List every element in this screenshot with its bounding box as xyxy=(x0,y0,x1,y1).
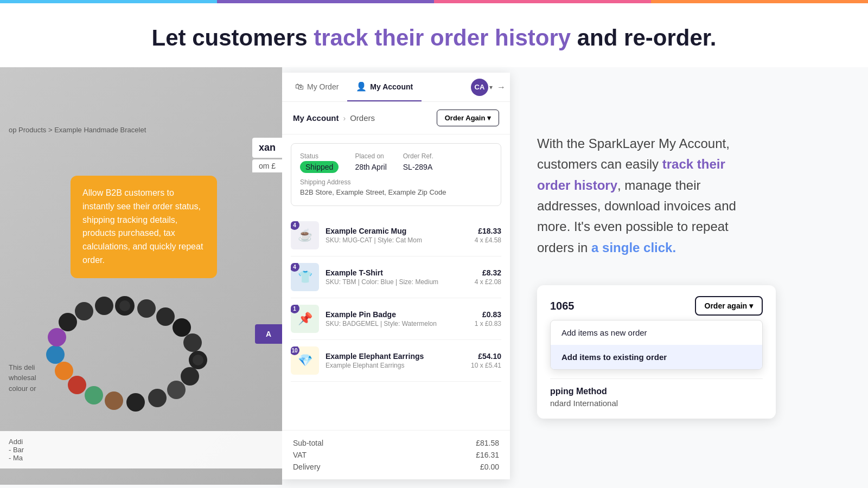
svg-point-4 xyxy=(173,318,191,337)
product-thumb-0: 4 ☕ xyxy=(291,221,319,249)
breadcrumb-separator: › xyxy=(343,114,346,123)
shipping-address: Shipping Address B2B Store, Example Stre… xyxy=(300,178,492,197)
product-price-3: £54.10 10 x £5.41 xyxy=(471,352,501,369)
breadcrumb-parent[interactable]: My Account xyxy=(293,113,339,123)
product-background: op Products > Example Handmade Bracelet … xyxy=(0,67,282,485)
right-description: With the SparkLayer My Account, customer… xyxy=(537,133,754,258)
product-title-overlay: xan xyxy=(252,138,282,158)
tab-bar: 🛍 My Order 👤 My Account CA ▾ → xyxy=(282,73,510,102)
tab-my-account-label: My Account xyxy=(370,82,413,91)
product-name-1: Example T-Shirt xyxy=(326,268,468,277)
product-price-2: £0.83 1 x £0.83 xyxy=(475,310,501,328)
product-details-1: Example T-Shirt SKU: TBM | Color: Blue |… xyxy=(326,268,468,286)
user-icon: 👤 xyxy=(356,81,367,92)
navigation-arrow-icon[interactable]: → xyxy=(497,82,506,92)
tooltip-bubble: Allow B2B customers to instantly see the… xyxy=(71,176,217,278)
main-content: op Products > Example Handmade Bracelet … xyxy=(0,67,868,485)
product-thumb-2: 1 📌 xyxy=(291,305,319,333)
product-thumb-3: 10 💎 xyxy=(291,346,319,375)
product-item-1: 4 👕 Example T-Shirt SKU: TBM | Color: Bl… xyxy=(291,256,501,298)
product-details-2: Example Pin Badge SKU: BADGEMEL | Style:… xyxy=(326,310,468,328)
top-bar-segment-4 xyxy=(651,0,868,3)
product-details-0: Example Ceramic Mug SKU: MUG-CAT | Style… xyxy=(326,227,468,244)
product-thumb-1: 4 👕 xyxy=(291,263,319,291)
product-item-2: 1 📌 Example Pin Badge SKU: BADGEMEL | St… xyxy=(291,298,501,340)
product-description: This deli wholesal colour or xyxy=(0,358,282,399)
top-bar-segment-1 xyxy=(0,0,217,3)
product-item-0: 4 ☕ Example Ceramic Mug SKU: MUG-CAT | S… xyxy=(291,215,501,256)
right-panel: With the SparkLayer My Account, customer… xyxy=(510,67,868,485)
product-sku-1: SKU: TBM | Color: Blue | Size: Medium xyxy=(326,278,468,286)
status-col: Status Shipped xyxy=(300,152,339,172)
widget-order-again-button[interactable]: Order again ▾ xyxy=(695,296,763,316)
svg-point-5 xyxy=(183,333,202,352)
delivery-row: Delivery £0.00 xyxy=(293,461,499,473)
account-breadcrumb: My Account › Orders Order Again ▾ xyxy=(282,102,510,134)
product-name-2: Example Pin Badge xyxy=(326,310,468,319)
order-totals: Sub-total £81.58 VAT £16.31 Delivery £0.… xyxy=(282,430,510,479)
widget-order-number: 1065 xyxy=(550,300,575,312)
order-meta: Status Shipped Placed on 28th April Orde… xyxy=(300,152,492,172)
widget-shipping: pping Method ndard International xyxy=(550,378,763,408)
product-emoji-3: 💎 xyxy=(298,354,312,368)
dropdown-item-existing-order[interactable]: Add items to existing order xyxy=(551,345,762,369)
breadcrumb-current: Orders xyxy=(350,113,375,123)
cart-icon: 🛍 xyxy=(295,82,304,92)
product-price-0: £18.33 4 x £4.58 xyxy=(475,227,501,244)
bracelet-image xyxy=(16,279,266,420)
svg-point-20 xyxy=(119,300,130,311)
svg-point-3 xyxy=(156,307,175,326)
top-bar xyxy=(0,0,868,3)
tab-my-order[interactable]: 🛍 My Order xyxy=(286,73,347,101)
svg-point-19 xyxy=(95,297,113,315)
left-panel: op Products > Example Handmade Bracelet … xyxy=(0,67,282,485)
tab-my-order-label: My Order xyxy=(307,82,339,91)
product-name-3: Example Elephant Earrings xyxy=(326,352,464,361)
order-again-button[interactable]: Order Again ▾ xyxy=(437,110,499,126)
breadcrumb: op Products > Example Handmade Bracelet xyxy=(0,121,282,138)
subtotal-row: Sub-total £81.58 xyxy=(293,437,499,449)
add-to-cart-button[interactable]: A xyxy=(255,324,282,344)
order-ref-col: Order Ref. SL-289A xyxy=(403,152,433,172)
status-badge: Shipped xyxy=(300,161,339,173)
product-list: 4 ☕ Example Ceramic Mug SKU: MUG-CAT | S… xyxy=(282,215,510,430)
product-sku-3: Example Elephant Earrings xyxy=(326,362,464,369)
product-item-3: 10 💎 Example Elephant Earrings Example E… xyxy=(291,340,501,382)
svg-point-16 xyxy=(48,328,66,346)
order-again-widget: 1065 Order again ▾ Add items as new orde… xyxy=(537,285,776,419)
main-heading: Let customers track their order history … xyxy=(11,25,857,51)
order-card: Status Shipped Placed on 28th April Orde… xyxy=(291,143,501,206)
top-bar-segment-3 xyxy=(434,0,651,3)
price-overlay: om £ xyxy=(252,159,282,172)
product-emoji-2: 📌 xyxy=(298,312,312,326)
avatar[interactable]: CA xyxy=(471,79,488,96)
shipping-method-value: ndard International xyxy=(550,399,763,408)
placed-on-col: Placed on 28th April xyxy=(355,152,386,172)
order-again-dropdown: Add items as new order Add items to exis… xyxy=(550,320,763,370)
product-sku-0: SKU: MUG-CAT | Style: Cat Mom xyxy=(326,236,468,244)
product-emoji-0: ☕ xyxy=(298,228,312,242)
widget-header: 1065 Order again ▾ xyxy=(550,296,763,316)
product-name-0: Example Ceramic Mug xyxy=(326,227,468,235)
product-details-3: Example Elephant Earrings Example Elepha… xyxy=(326,352,464,369)
top-bar-segment-2 xyxy=(217,0,434,3)
product-price-1: £8.32 4 x £2.08 xyxy=(475,268,501,286)
dropdown-item-new-order[interactable]: Add items as new order xyxy=(551,320,762,345)
tab-my-account[interactable]: 👤 My Account xyxy=(347,73,422,101)
heading-area: Let customers track their order history … xyxy=(0,3,868,67)
product-emoji-1: 👕 xyxy=(298,270,312,284)
avatar-chevron-icon: ▾ xyxy=(489,84,493,91)
svg-point-2 xyxy=(137,299,156,318)
product-sku-2: SKU: BADGEMEL | Style: Watermelon xyxy=(326,320,468,328)
svg-point-18 xyxy=(75,302,93,320)
vat-row: VAT £16.31 xyxy=(293,449,499,461)
svg-point-17 xyxy=(59,313,77,331)
shipping-method-label: pping Method xyxy=(550,387,763,396)
add-options-box: Addi - Bar - Ma xyxy=(0,431,282,468)
my-account-panel: 🛍 My Order 👤 My Account CA ▾ → My Accoun… xyxy=(282,73,510,479)
